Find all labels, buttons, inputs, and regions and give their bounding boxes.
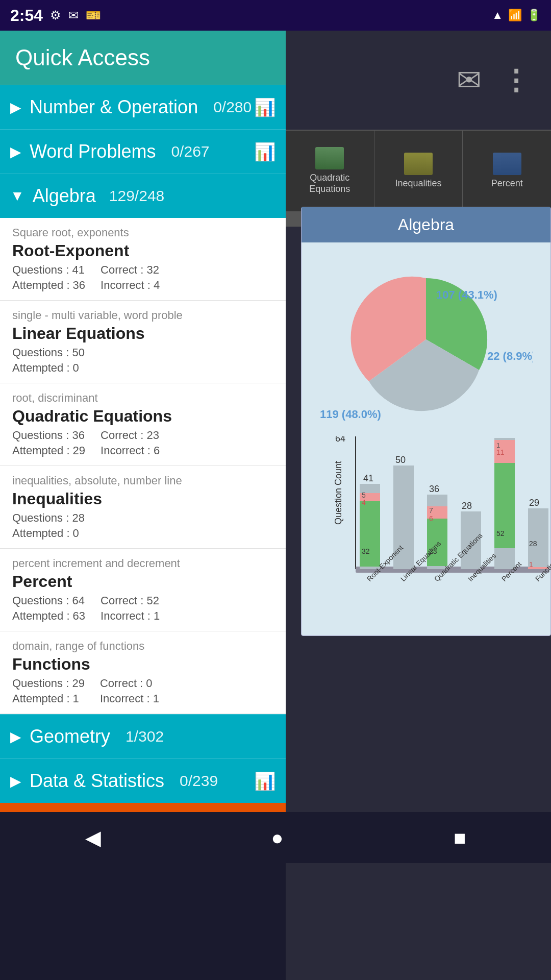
pie-label-gray-text: 119 (48.0%) — [320, 408, 381, 421]
category-word-problems[interactable]: ▶ Word Problems 0/267 📊 — [0, 129, 286, 174]
sub-item-title-root: Root-Exponent — [12, 241, 273, 260]
list-item[interactable]: domain, range of functions Functions Que… — [0, 631, 286, 714]
bar-func-label-28: 28 — [529, 540, 537, 548]
stat-incorrect-root: Incorrect : 4 — [101, 279, 160, 292]
battery-icon: 🔋 — [527, 9, 541, 22]
category-data-statistics[interactable]: ▶ Data & Statistics 0/239 📊 — [0, 758, 286, 803]
bar-quad-label-7: 7 — [429, 506, 433, 514]
y-axis-label: Question Count — [333, 461, 344, 525]
recent-button[interactable]: ■ — [454, 826, 466, 849]
stat-attempted-inequalities: Attempted : 0 — [12, 527, 85, 540]
bar-func-label-val: 29 — [529, 498, 539, 508]
left-panel: Quick Access ▶ Number & Operation 0/280 … — [0, 31, 286, 812]
bar-chart-icon-number[interactable]: 📊 — [254, 97, 276, 117]
chart-panel: Algebra — [301, 207, 551, 636]
expand-arrow-icon-word: ▶ — [10, 143, 21, 160]
bar-root-label-val: 41 — [363, 473, 373, 483]
bar-linear-label-val: 50 — [395, 455, 406, 465]
svg-text:64: 64 — [335, 436, 345, 444]
list-item[interactable]: Square root, exponents Root-Exponent Que… — [0, 218, 286, 301]
stat-correct-functions: Correct : 0 — [100, 677, 159, 690]
category-number-operation[interactable]: ▶ Number & Operation 0/280 📊 — [0, 85, 286, 129]
category-count-geo: 1/302 — [126, 728, 164, 745]
bar-root-label-4: 4 — [362, 498, 366, 506]
stat-attempted-linear: Attempted : 0 — [12, 361, 85, 375]
bar-pct-label-11: 11 — [496, 448, 505, 456]
tab-icon-percent — [493, 153, 521, 175]
chart-panel-header: Algebra — [302, 207, 550, 242]
orange-accent-bar — [0, 803, 286, 812]
expand-arrow-icon-geo: ▶ — [10, 728, 21, 745]
bar-pct-label-val: 64 — [496, 436, 507, 438]
sub-item-title-percent: Percent — [12, 572, 273, 591]
stat-attempted-quadratic: Attempted : 29 — [12, 444, 85, 457]
stat-questions-linear: Questions : 50 — [12, 346, 85, 359]
more-options-icon[interactable]: ⋮ — [502, 64, 531, 96]
bar-pct-label-52: 52 — [496, 529, 505, 537]
category-name-number: Number & Operation — [30, 96, 198, 118]
bar-chart-icon-data[interactable]: 📊 — [254, 771, 276, 791]
subject-tabs: QuadraticEquations Inequalities Percent — [286, 130, 551, 211]
category-name-algebra: Algebra — [33, 185, 96, 207]
wifi-icon: ▲ — [492, 9, 503, 22]
expand-arrow-icon-data: ▶ — [10, 773, 21, 790]
bar-func-label-1: 1 — [529, 560, 533, 569]
pie-chart-area: 107 (43.1%) 22 (8.9%) 119 (48.0%) — [310, 253, 542, 426]
list-item[interactable]: percent increment and decrement Percent … — [0, 549, 286, 631]
stat-incorrect-quadratic: Incorrect : 6 — [101, 444, 160, 457]
list-item[interactable]: single - multi variable, word proble Lin… — [0, 301, 286, 383]
pie-label-red: 22 (8.9%) — [487, 350, 533, 362]
bar-ineq-label-val: 28 — [462, 501, 472, 511]
quick-access-title: Quick Access — [15, 45, 150, 70]
mail-envelope-icon[interactable]: ✉ — [457, 63, 482, 97]
tab-percent[interactable]: Percent — [463, 131, 551, 211]
bar-chart-area: 64 41 5 4 — [310, 426, 542, 620]
top-right-area: ✉ ⋮ — [286, 31, 551, 130]
pie-chart-svg: 107 (43.1%) 22 (8.9%) — [319, 258, 533, 421]
status-right: ▲ 📶 🔋 — [492, 9, 541, 22]
mail-icon: ✉ — [68, 8, 79, 22]
sub-item-subtitle-linear: single - multi variable, word proble — [12, 309, 273, 322]
bar-root-label-32: 32 — [362, 547, 370, 555]
tab-inequalities[interactable]: Inequalities — [374, 131, 463, 211]
collapse-arrow-icon: ▼ — [10, 188, 24, 204]
status-time: 2:54 — [10, 6, 43, 25]
stat-questions-quadratic: Questions : 36 — [12, 429, 85, 442]
home-button[interactable]: ● — [271, 826, 283, 849]
category-name-data: Data & Statistics — [30, 770, 164, 792]
list-item[interactable]: root, discriminant Quadratic Equations Q… — [0, 383, 286, 466]
chart-content: 107 (43.1%) 22 (8.9%) 119 (48.0%) — [302, 242, 550, 625]
category-algebra[interactable]: ▼ Algebra 129/248 — [0, 174, 286, 218]
tab-label-inequalities: Inequalities — [395, 178, 441, 189]
sub-item-title-inequalities: Inequalities — [12, 489, 273, 508]
bar-quad-label-6: 6 — [429, 514, 433, 523]
category-count-word: 0/267 — [171, 143, 209, 160]
list-item[interactable]: inequalities, absolute, number line Ineq… — [0, 466, 286, 549]
stat-correct-root: Correct : 32 — [101, 263, 160, 277]
category-name-word: Word Problems — [30, 141, 156, 162]
tab-quadratic-equations[interactable]: QuadraticEquations — [286, 131, 374, 211]
stat-questions-functions: Questions : 29 — [12, 677, 85, 690]
settings-icon: ⚙ — [50, 8, 61, 22]
quick-access-header: Quick Access — [0, 31, 286, 85]
status-bar: 2:54 ⚙ ✉ 🎫 ▲ 📶 🔋 — [0, 0, 551, 31]
stat-attempted-percent: Attempted : 63 — [12, 609, 85, 623]
tab-label-quadratic: QuadraticEquations — [309, 173, 350, 194]
expand-arrow-icon: ▶ — [10, 99, 21, 116]
category-count-number: 0/280 — [213, 99, 252, 116]
status-left: 2:54 ⚙ ✉ 🎫 — [10, 6, 101, 25]
bar-chart-svg: 64 41 5 4 — [335, 436, 551, 610]
sub-item-subtitle-root: Square root, exponents — [12, 226, 273, 239]
stat-attempted-functions: Attempted : 1 — [12, 692, 85, 705]
back-button[interactable]: ◀ — [85, 826, 101, 849]
tab-icon-quadratic — [315, 147, 344, 169]
sub-item-subtitle-quadratic: root, discriminant — [12, 391, 273, 405]
bar-chart-icon-word[interactable]: 📊 — [254, 141, 276, 162]
category-count-algebra: 129/248 — [109, 187, 164, 205]
category-count-data: 0/239 — [180, 772, 218, 790]
sub-item-subtitle-percent: percent increment and decrement — [12, 557, 273, 570]
sub-item-subtitle-inequalities: inequalities, absolute, number line — [12, 474, 273, 487]
tab-icon-inequalities — [404, 153, 433, 175]
stat-correct-percent: Correct : 52 — [101, 594, 160, 607]
category-geometry[interactable]: ▶ Geometry 1/302 — [0, 714, 286, 758]
